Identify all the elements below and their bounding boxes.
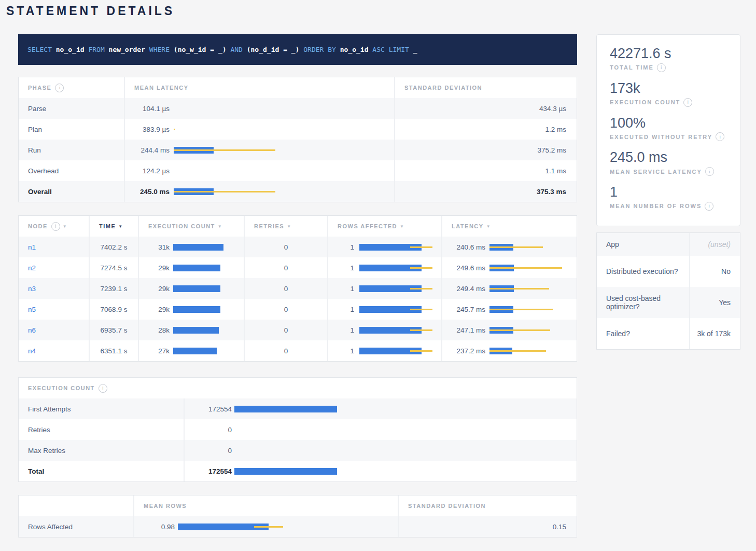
node-link[interactable]: n2 (28, 264, 36, 272)
rows-affected-bar (359, 244, 433, 251)
page-title: STATEMENT DETAILS (6, 4, 175, 18)
phase-label: Parse (19, 98, 125, 119)
detail-label: Failed? (597, 318, 690, 349)
detail-row-cost-based-optimizer: Used cost-based optimizer? Yes (597, 287, 740, 318)
table-row: n4 6351.1 s 27k 0 1 237.2 ms (19, 340, 577, 361)
count-bar-fill (234, 406, 337, 412)
table-row-overall: Overall 245.0 ms 375.3 ms (19, 181, 577, 202)
retries-column-header[interactable]: RETRIES▼ (245, 216, 328, 237)
table-title-label: EXECUTION COUNT (28, 385, 95, 391)
rows-affected-bar (359, 306, 433, 313)
sort-arrow-icon: ▼ (63, 224, 67, 229)
stat-value: 42271.6 s (610, 45, 740, 63)
retries-value: 0 (245, 299, 328, 320)
stddev-value: 0.15 (399, 516, 577, 537)
stddev-bar (489, 246, 543, 248)
count-value: 0 (185, 447, 232, 454)
table-row: Rows Affected 0.98 0.15 (19, 516, 577, 537)
stddev-bar (410, 329, 432, 331)
empty-header-cell (185, 378, 577, 398)
info-icon[interactable]: i (683, 98, 692, 107)
sql-keyword: ORDER BY (299, 46, 340, 53)
node-statistics-table: NODEi▼ TIME▼ EXECUTION COUNT▼ RETRIES▼ R… (18, 215, 577, 362)
latency-column-header[interactable]: LATENCY▼ (442, 216, 577, 237)
column-header-label: TIME (99, 223, 116, 229)
info-icon[interactable]: i (51, 222, 60, 231)
retries-value: 0 (245, 320, 328, 340)
rows-affected-table: MEAN ROWS STANDARD DEVIATION Rows Affect… (18, 495, 577, 538)
node-link[interactable]: n6 (28, 326, 36, 334)
node-column-header[interactable]: NODEi▼ (19, 216, 90, 237)
count-value: 0 (185, 426, 232, 434)
count-bar (173, 306, 220, 313)
detail-row-distributed-execution: Distributed execution? No (597, 256, 740, 287)
latency-value: 237.2 ms (442, 347, 485, 355)
mean-rows-bar (178, 524, 387, 530)
stddev-value: 375.3 ms (395, 181, 577, 202)
sql-keyword: WHERE (145, 46, 174, 53)
node-link[interactable]: n4 (28, 347, 36, 355)
stddev-bar (489, 329, 550, 331)
node-link[interactable]: n1 (28, 243, 36, 251)
latency-bar (489, 244, 571, 251)
execution-count-value: 29k (139, 264, 170, 272)
stddev-bar (410, 350, 432, 352)
execution-count-column-header[interactable]: EXECUTION COUNT▼ (139, 216, 245, 237)
sql-identifier: (no_d_id = _) (247, 46, 300, 53)
info-icon[interactable]: i (99, 384, 107, 393)
detail-row-app: App (unset) (597, 233, 740, 256)
latency-bar (174, 168, 388, 174)
stat-value: 245.0 ms (610, 149, 740, 167)
info-icon[interactable]: i (705, 167, 714, 176)
table-header-row: EXECUTION COUNTi (19, 378, 577, 398)
execution-count-bar (173, 306, 233, 313)
info-icon[interactable]: i (657, 63, 666, 72)
sql-identifier: no_o_id (340, 46, 369, 53)
detail-value: 3k of 173k (690, 318, 740, 349)
execution-count-bar (173, 348, 233, 354)
count-bar (234, 468, 566, 475)
stddev-bar (174, 149, 275, 151)
latency-bar (489, 285, 571, 292)
node-link[interactable]: n5 (28, 306, 36, 313)
stddev-bar (489, 288, 549, 290)
info-icon[interactable]: i (716, 132, 724, 141)
detail-value: No (690, 256, 740, 287)
count-value: 172554 (185, 467, 232, 475)
execution-count-value: 27k (139, 347, 170, 355)
retries-value: 0 (245, 278, 328, 299)
count-bar (234, 447, 566, 454)
table-row: Max Retries 0 (19, 440, 577, 461)
rows-affected-column-header[interactable]: ROWS AFFECTED▼ (328, 216, 442, 237)
detail-label: App (597, 233, 690, 256)
retries-value: 0 (245, 237, 328, 257)
stat-value: 100% (610, 115, 740, 132)
latency-bar (489, 348, 571, 354)
standard-deviation-column-header: STANDARD DEVIATION (399, 495, 577, 516)
stat-mean-number-of-rows: 1 MEAN NUMBER OF ROWSi (610, 184, 740, 211)
detail-label: Used cost-based optimizer? (597, 287, 690, 318)
column-header-label: ROWS AFFECTED (338, 223, 397, 229)
time-column-header[interactable]: TIME▼ (90, 216, 139, 237)
stat-mean-service-latency: 245.0 ms MEAN SERVICE LATENCYi (610, 149, 740, 176)
sort-arrow-icon: ▼ (486, 224, 491, 229)
time-value: 6935.7 s (90, 320, 139, 340)
stddev-bar (174, 191, 275, 192)
row-label: Total (19, 461, 185, 481)
mean-rows-column-header: MEAN ROWS (134, 495, 399, 516)
stddev-bar (489, 350, 546, 352)
execution-count-bar (173, 285, 233, 292)
detail-row-failed: Failed? 3k of 173k (597, 318, 740, 349)
info-icon[interactable]: i (55, 84, 64, 92)
latency-bar (174, 126, 388, 133)
stddev-bar (410, 267, 432, 269)
column-header-label: RETRIES (254, 223, 284, 229)
execution-count-table: EXECUTION COUNTi First Attempts 172554 R… (18, 377, 577, 482)
node-link[interactable]: n3 (28, 285, 36, 293)
stat-value: 173k (610, 80, 740, 98)
latency-bar (174, 188, 388, 195)
rows-affected-bar (359, 348, 433, 354)
sort-arrow-icon: ▼ (400, 224, 404, 229)
info-icon[interactable]: i (705, 202, 713, 211)
table-row: Plan 383.9 µs 1.2 ms (19, 119, 577, 140)
